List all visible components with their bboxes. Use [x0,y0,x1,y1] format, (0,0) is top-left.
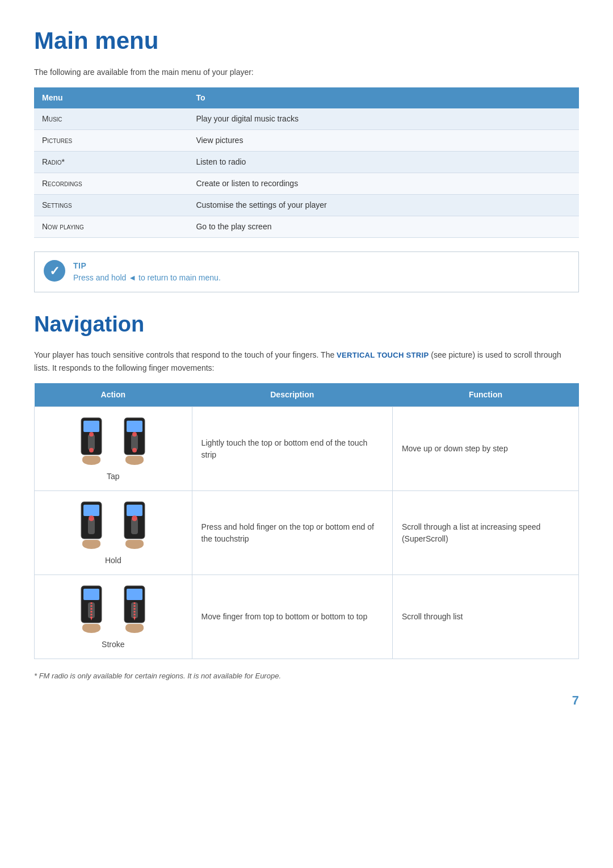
svg-rect-9 [131,434,138,450]
description-cell: Move finger from top to bottom or bottom… [192,575,392,659]
svg-rect-1 [83,421,99,432]
svg-rect-15 [83,505,99,516]
action-label: Hold [44,555,183,567]
menu-item-to: Customise the settings of your player [188,195,579,216]
tip-label: TIP [73,260,221,272]
menu-item-to: Create or listen to recordings [188,173,579,195]
vts-label: VERTICAL TOUCH STRIP [337,351,429,359]
menu-item-name: Radio* [34,152,188,173]
svg-point-4 [89,448,94,452]
svg-rect-39 [125,624,144,631]
menu-col-header: Menu [34,87,188,108]
menu-item-to: Go to the play screen [188,216,579,238]
menu-item-to: View pictures [188,130,579,152]
action-cell: Tap [35,407,192,491]
svg-rect-28 [88,602,95,618]
function-col-header: Function [392,383,578,407]
svg-point-17 [89,515,94,521]
svg-point-11 [132,448,137,452]
menu-item-name: Pictures [34,130,188,152]
tip-content: TIP Press and hold ◄ to return to main m… [73,260,221,284]
description-col-header: Description [192,383,392,407]
tip-icon: ✓ [44,260,65,282]
function-cell: Move up or down step by step [392,407,578,491]
svg-rect-13 [125,456,144,463]
action-col-header: Action [35,383,192,407]
description-cell: Lightly touch the top or bottom end of t… [192,407,392,491]
description-cell: Press and hold finger on the top or bott… [192,491,392,575]
nav-table: Action Description Function [34,383,579,659]
svg-rect-27 [83,589,99,600]
svg-point-3 [89,432,94,437]
tip-box: ✓ TIP Press and hold ◄ to return to main… [34,251,579,292]
footnote: * FM radio is only available for certain… [34,670,579,682]
svg-rect-6 [82,456,100,463]
main-menu-intro: The following are available from the mai… [34,66,579,78]
table-row: TapLightly touch the top or bottom end o… [35,407,579,491]
menu-item-name: Music [34,108,188,130]
table-row: StrokeMove finger from top to bottom or … [35,575,579,659]
tip-text: Press and hold ◄ to return to main menu. [73,272,221,284]
svg-rect-25 [125,540,144,547]
menu-item-name: Recordings [34,173,188,195]
main-menu-table: Menu To MusicPlay your digital music tra… [34,87,579,238]
table-row: HoldPress and hold finger on the top or … [35,491,579,575]
navigation-title: Navigation [34,308,579,341]
svg-rect-21 [127,505,142,516]
menu-item-name: Settings [34,195,188,216]
svg-rect-19 [82,540,100,547]
svg-rect-34 [127,589,142,600]
svg-rect-2 [88,434,95,450]
svg-point-23 [132,515,137,521]
page-number: 7 [34,691,579,710]
main-menu-title: Main menu [34,23,579,58]
action-cell: Stroke [35,575,192,659]
function-cell: Scroll through list [392,575,578,659]
svg-point-10 [132,432,137,437]
svg-rect-32 [82,624,100,631]
menu-item-to: Play your digital music tracks [188,108,579,130]
menu-item-to: Listen to radio [188,152,579,173]
function-cell: Scroll through a list at increasing spee… [392,491,578,575]
nav-intro: Your player has touch sensitive controls… [34,349,579,374]
nav-intro-part1: Your player has touch sensitive controls… [34,350,337,359]
action-label: Tap [44,471,183,483]
svg-rect-35 [131,602,138,618]
action-cell: Hold [35,491,192,575]
action-label: Stroke [44,639,183,651]
to-col-header: To [188,87,579,108]
svg-rect-8 [127,421,142,432]
menu-item-name: Now playing [34,216,188,238]
